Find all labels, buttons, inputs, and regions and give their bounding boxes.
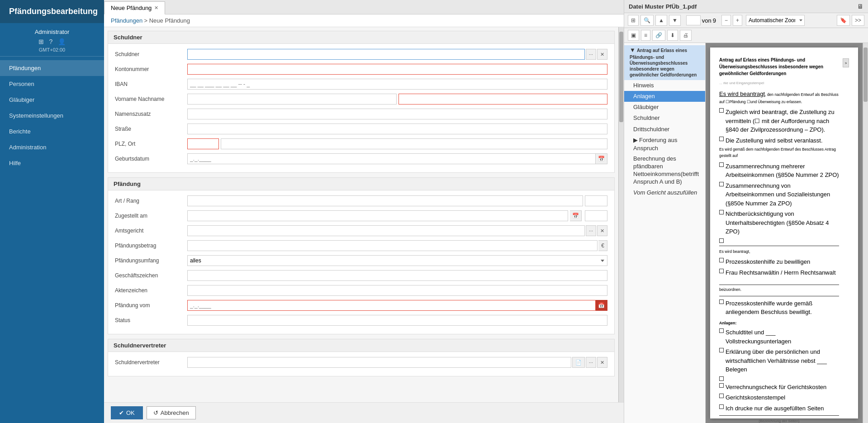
strasse-input[interactable]: [187, 124, 607, 134]
outline-item-forderung[interactable]: ▶Forderung aus Anspruch: [624, 135, 705, 154]
help-icon[interactable]: ?: [49, 38, 53, 45]
geschaeftszeichen-input[interactable]: [187, 270, 607, 281]
tab-neue-pfaendung[interactable]: Neue Pfändung ✕: [104, 1, 165, 14]
pdf-checkbox-2[interactable]: [719, 137, 724, 141]
sidebar-item-pfaendungen[interactable]: Pfändungen: [0, 60, 104, 76]
pdf-scrollbar[interactable]: [863, 43, 868, 423]
pdf-link-button[interactable]: 🔗: [652, 30, 665, 41]
tab-close-button[interactable]: ✕: [154, 5, 158, 11]
pdf-anlagen-checkbox-3[interactable]: [719, 376, 724, 381]
pdf-checkbox-label-2: Die Zustellung wird selbst veranlasst.: [726, 136, 823, 145]
pdf-checkbox-row-1: Zugleich wird beantragt, die Zustellung …: [719, 108, 839, 134]
schuldner-more-button[interactable]: ···: [586, 49, 596, 60]
form-scrollbar[interactable]: [618, 27, 624, 402]
pdf-download-button[interactable]: ⬇: [667, 30, 678, 41]
pdf-anlagen-checkbox-4[interactable]: [719, 383, 724, 388]
sidebar-item-systemeinstellungen[interactable]: Systemeinstellungen: [0, 108, 104, 124]
zugestellt-time-input[interactable]: 16:13: [585, 210, 607, 221]
outline-item-hinweis[interactable]: Hinweis: [624, 80, 705, 91]
pdf-scroll-down-button[interactable]: ▼: [669, 15, 681, 26]
geburtsdatum-calendar-button[interactable]: 📅: [596, 153, 607, 164]
outline-item-glaeubiger[interactable]: Gläubiger: [624, 102, 705, 113]
pdf-anlagen-checkbox-6[interactable]: [719, 404, 724, 409]
schuldnervertreter-more-button[interactable]: ···: [586, 357, 596, 368]
zugestellt-date-input[interactable]: 05.07.2021: [187, 210, 568, 221]
outline-item-anlagen[interactable]: Anlagen: [624, 91, 705, 102]
pdf-scrollbar-thumb[interactable]: [863, 48, 868, 102]
schuldnervertreter-clear-button[interactable]: ✕: [597, 357, 607, 368]
plz-input[interactable]: [187, 138, 219, 149]
sidebar-item-hilfe[interactable]: Hilfe: [0, 155, 104, 171]
pfaendung-vom-wrap: 📅: [187, 300, 607, 311]
pdf-scroll-up-button[interactable]: ▲: [655, 15, 667, 26]
breadcrumb-pfaendungen[interactable]: Pfändungen: [111, 17, 142, 24]
aktenzeichen-input[interactable]: [187, 285, 607, 296]
amtsgericht-more-button[interactable]: ···: [586, 225, 596, 236]
pdf-checkbox-3[interactable]: [719, 162, 724, 167]
pfaendungsumfang-select[interactable]: alles: [187, 255, 607, 266]
user-icon[interactable]: 👤: [58, 38, 66, 45]
pdf-anlagen-label-2: Erklärung über die persönlichen und wirt…: [726, 347, 839, 374]
pdf-expand-button[interactable]: >: [843, 58, 849, 67]
amtsgericht-input[interactable]: [187, 225, 585, 236]
pdf-checkbox-9[interactable]: [719, 299, 724, 304]
iban-input[interactable]: [187, 79, 607, 90]
amtsgericht-row: Amtsgericht ··· ✕: [115, 225, 607, 237]
pdf-checkbox-5[interactable]: [719, 210, 724, 214]
pdf-zoom-select[interactable]: Automatischer Zoom 50% 75% 100% 125% 150…: [746, 15, 805, 26]
sidebar-item-berichte[interactable]: Berichte: [0, 124, 104, 139]
pdf-anlagen-row-6: Ich drucke nur die ausgefüllten Seiten: [719, 404, 839, 413]
art-rang-input[interactable]: Pfändungs- und Überweisungsart: [187, 195, 583, 206]
breadcrumb-separator: >: [144, 17, 149, 24]
schuldner-clear-button[interactable]: ✕: [597, 49, 607, 60]
pdf-checkbox-7[interactable]: [719, 258, 724, 262]
outline-item-berechnung[interactable]: Berechnung des pfändbaren Nettoeinkommen…: [624, 154, 705, 187]
pdf-checkbox-6[interactable]: [719, 238, 724, 243]
schuldnervertreter-input[interactable]: [187, 357, 571, 368]
pfaendungsbetrag-input[interactable]: [187, 240, 598, 251]
pdf-anlagen-label-6: Ich drucke nur die ausgefüllten Seiten: [726, 404, 824, 413]
pdf-sidebar-toggle-button[interactable]: ⊞: [628, 15, 639, 26]
outline-item-gericht[interactable]: Vom Gericht auszufüllen: [624, 187, 705, 198]
pdf-checkbox-4[interactable]: [719, 182, 724, 186]
vorname-input[interactable]: [187, 94, 397, 105]
grid-icon[interactable]: ⊞: [38, 38, 44, 45]
status-input[interactable]: In Erfassung: [187, 315, 607, 326]
namenszusatz-input[interactable]: [187, 109, 607, 119]
pdf-search-button[interactable]: 🔍: [640, 15, 654, 26]
cancel-button[interactable]: ↺ Abbrechen: [147, 406, 196, 419]
pdf-anlagen-checkbox-2[interactable]: [719, 348, 724, 352]
pdf-zoom-out-button[interactable]: −: [721, 15, 731, 26]
sidebar-item-personen[interactable]: Personen: [0, 76, 104, 92]
pdf-page-view-button[interactable]: ▣: [628, 30, 639, 41]
zugestellt-calendar-button[interactable]: 📅: [570, 210, 582, 221]
schuldner-input[interactable]: [187, 49, 585, 60]
ok-button[interactable]: ✔ OK: [111, 406, 143, 419]
amtsgericht-label: Amtsgericht: [115, 228, 187, 234]
pdf-list-view-button[interactable]: ≡: [641, 30, 650, 41]
pfaendung-vom-input[interactable]: [187, 300, 596, 311]
pdf-zoom-in-button[interactable]: +: [733, 15, 742, 26]
pdf-page-input[interactable]: 1: [686, 15, 701, 25]
pdf-fullscreen-button[interactable]: >>: [852, 15, 864, 26]
outline-item-main[interactable]: ▼Antrag auf Erlass eines Pfändungs- und …: [624, 45, 705, 80]
pdf-print-button[interactable]: 🖨: [680, 30, 692, 41]
pdf-checkbox-8[interactable]: [719, 269, 724, 273]
ort-input[interactable]: [221, 138, 607, 149]
pdf-anlagen-checkbox-1[interactable]: [719, 328, 724, 333]
sidebar-item-administration[interactable]: Administration: [0, 139, 104, 155]
nachname-input[interactable]: [398, 94, 608, 105]
pdf-checkbox-1[interactable]: [719, 108, 724, 113]
outline-item-drittschuldner[interactable]: Drittschuldner: [624, 124, 705, 135]
kontonummer-input[interactable]: [187, 64, 607, 75]
geburtsdatum-input[interactable]: [187, 153, 596, 164]
pfaendung-vom-calendar-button[interactable]: 📅: [596, 300, 607, 311]
form-scrollbar-thumb[interactable]: [619, 32, 623, 122]
pdf-bookmark-button[interactable]: 🔖: [837, 15, 850, 26]
outline-item-schuldner[interactable]: Schuldner: [624, 113, 705, 124]
pdf-anlagen-checkbox-5[interactable]: [719, 394, 724, 398]
amtsgericht-clear-button[interactable]: ✕: [597, 225, 607, 236]
schuldnervertreter-doc-button[interactable]: 📄: [572, 357, 585, 368]
sidebar-item-glaeubiger[interactable]: Gläubiger: [0, 92, 104, 108]
art-rang-num-input[interactable]: 1: [585, 195, 607, 206]
